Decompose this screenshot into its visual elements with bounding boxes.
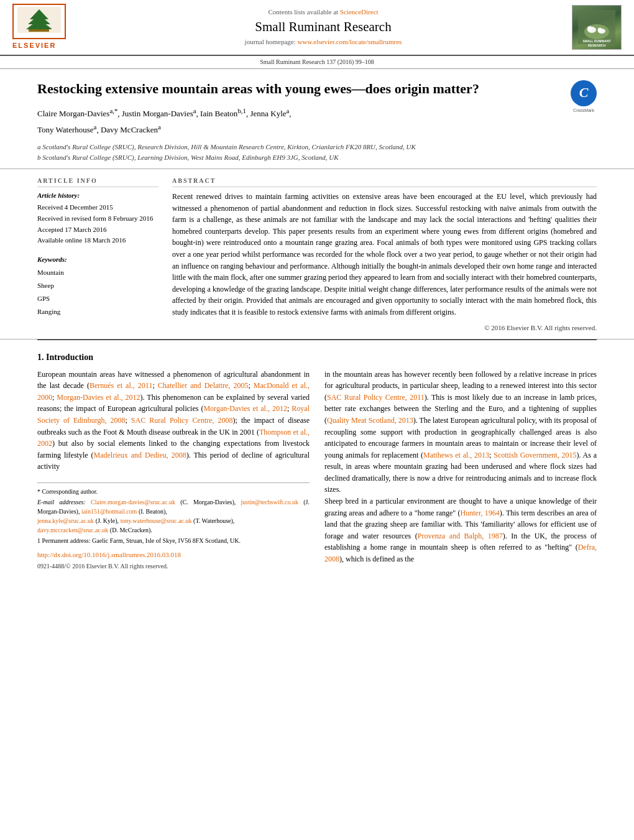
email-claire[interactable]: Claire.morgan-davies@sruc.ac.uk [91,499,175,505]
intro-para-right-2: Sheep bred in a particular environment a… [324,496,597,565]
affiliation-a: a Scotland's Rural College (SRUC), Resea… [37,142,597,152]
email-jenna[interactable]: jenna.kyle@sruc.ac.uk [37,517,94,524]
science-direct-label: Contents lists available at [268,8,338,16]
sup-1: a,* [109,107,117,114]
email-davy[interactable]: davy.mccracken@sruc.ac.uk [37,527,108,533]
ref-defra[interactable]: Defra, 2008 [324,543,597,563]
intro-col-right: in the mountain areas has however recent… [324,369,597,571]
doi-area: http://dx.doi.org/10.1016/j.smallrumres.… [37,549,310,561]
email-iain[interactable]: iain151@hotmail.com [81,508,137,515]
affiliation-b: b Scotland's Rural College (SRUC), Learn… [37,152,597,163]
abstract-label: ABSTRACT [172,177,597,187]
abstract-text: Recent renewed drives to maintain farmin… [172,191,597,318]
accepted-date: Accepted 17 March 2016 [37,224,158,236]
doi-link[interactable]: http://dx.doi.org/10.1016/j.smallrumres.… [37,551,181,558]
footnote-corresponding: * Corresponding author. [37,487,310,496]
ref-provenza[interactable]: Provenza and Balph, 1987 [418,532,503,540]
keywords-section: Keywords: Mountain Sheep GPS Ranging [37,255,158,318]
ref-bernues[interactable]: Bernués et al., 2011 [90,381,152,390]
article-info-column: ARTICLE INFO Article history: Received 4… [37,177,158,333]
journal-header-center: Contents lists available at ScienceDirec… [75,7,572,47]
kw-gps: GPS [37,292,158,305]
author-1: Claire Morgan-Davies [37,109,109,119]
footnote-area: * Corresponding author. E-mail addresses… [37,482,310,545]
journal-title: Small Ruminant Research [75,18,572,36]
intro-heading: 1. Introduction [37,351,597,364]
email-tony[interactable]: tony.waterhouse@sruc.ac.uk [121,517,192,524]
intro-para-1: European mountain areas have witnessed a… [37,369,310,473]
received-date: Received 4 December 2015 [37,202,158,213]
intro-col-left: European mountain areas have witnessed a… [37,369,310,571]
svg-point-11 [598,28,602,32]
ref-chatellier[interactable]: Chatellier and Delattre, 2005 [158,381,249,390]
svg-point-9 [587,26,592,31]
journal-thumbnail: SMALL RUMINANTRESEARCH [572,5,622,50]
svg-point-7 [584,24,609,39]
crossmark-badge[interactable]: C [571,80,597,106]
ref-sac-rural[interactable]: SAC Rural Policy Centre, 2008 [131,416,233,425]
elsevier-wordmark: ELSEVIER [12,41,75,50]
ref-hunter[interactable]: Hunter, 1964 [461,509,500,517]
received-revised-date: Received in revised form 8 February 2016 [37,213,158,224]
copyright-line: © 2016 Elsevier B.V. All rights reserved… [172,323,597,333]
available-date: Available online 18 March 2016 [37,235,158,246]
ref-morgan-davies-2012b[interactable]: Morgan-Davies et al., 2012 [203,404,287,413]
footnote-emails: E-mail addresses: Claire.morgan-davies@s… [37,497,310,535]
science-direct-link[interactable]: ScienceDirect [340,8,379,16]
article-history: Article history: Received 4 December 201… [37,191,158,246]
kw-ranging: Ranging [37,305,158,318]
svg-rect-5 [29,29,49,32]
elsevier-logo: ELSEVIER [12,4,75,51]
page: ELSEVIER Contents lists available at Sci… [0,0,634,578]
kw-sheep: Sheep [37,279,158,292]
article-info-label: ARTICLE INFO [37,177,158,187]
authors-line: Claire Morgan-Daviesa,*, Justin Morgan-D… [37,105,597,137]
intro-para-right-1: in the mountain areas has however recent… [324,369,597,496]
kw-mountain: Mountain [37,266,158,279]
journal-volume: Small Ruminant Research 137 (2016) 99–10… [260,58,374,65]
ref-thompson[interactable]: Thompson et al., 2002 [37,428,310,448]
ref-scottish-gov[interactable]: Scottish Government, 2015 [494,451,576,459]
abstract-column: ABSTRACT Recent renewed drives to mainta… [172,177,597,333]
ref-morgan-davies-2012a[interactable]: Morgan-Davies et al., 2012 [57,393,140,402]
elsevier-tree-icon [17,7,61,33]
main-body: 1. Introduction European mountain areas … [0,340,634,578]
footnote-permanent: 1 Permanent address: Gaelic Farm, Struan… [37,536,310,545]
article-title: Restocking extensive mountain areas with… [37,80,597,98]
email-justin[interactable]: justin@techswift.co.uk [241,499,299,505]
ref-sac-2011[interactable]: SAC Rural Policy Centre, 2011 [327,393,425,402]
ref-qms[interactable]: Quality Meat Scotland, 2013 [327,416,413,425]
article-header: C CrossMark Restocking extensive mountai… [0,69,634,169]
keywords-label: Keywords: [37,255,158,264]
ref-madelrieux[interactable]: Madelrieux and Dedieu, 2008 [94,451,186,459]
issn-line: 0921-4488/© 2016 Elsevier B.V. All right… [37,561,310,571]
homepage-label: journal homepage: [245,38,296,45]
history-label: Article history: [37,191,158,200]
ref-matthews[interactable]: Matthews et al., 2013 [423,451,489,459]
homepage-link[interactable]: www.elsevier.com/locate/smallrumres [298,38,402,45]
